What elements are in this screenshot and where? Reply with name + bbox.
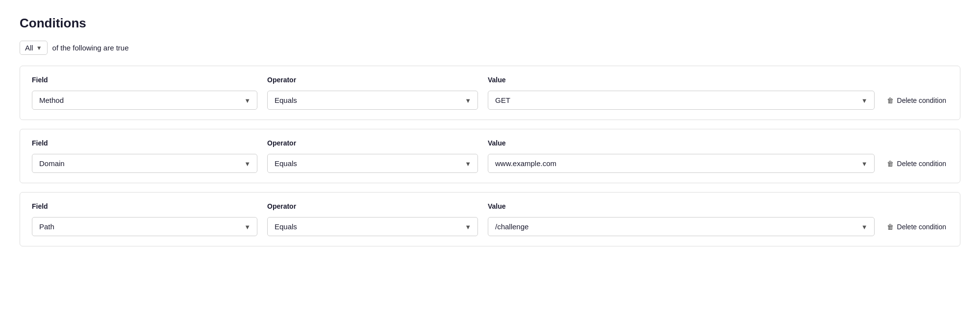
condition-row-2: Field MethodDomainPathHeaderQuery ▼ Oper… (32, 139, 948, 173)
conditions-container: Field MethodDomainPathHeaderQuery ▼ Oper… (20, 66, 960, 246)
trash-icon-1: 🗑 (886, 97, 894, 104)
value-group-1: Value GET ▼ (488, 76, 875, 110)
value-group-3: Value /challenge ▼ (488, 202, 875, 236)
delete-label-2: Delete condition (897, 160, 946, 168)
operator-group-2: Operator EqualsContainsStarts withEnds w… (267, 139, 478, 173)
field-group-1: Field MethodDomainPathHeaderQuery ▼ (32, 76, 257, 110)
trash-icon-3: 🗑 (886, 223, 894, 231)
operator-select-wrapper-3: EqualsContainsStarts withEnds withMatche… (267, 217, 478, 236)
value-label-2: Value (488, 139, 875, 147)
field-label-2: Field (32, 139, 257, 147)
delete-condition-button-3[interactable]: 🗑 Delete condition (884, 218, 948, 236)
field-label-3: Field (32, 202, 257, 210)
operator-label-1: Operator (267, 76, 478, 84)
field-label-1: Field (32, 76, 257, 84)
condition-row-3: Field MethodDomainPathHeaderQuery ▼ Oper… (32, 202, 948, 236)
qualifier-value: All (25, 44, 33, 52)
condition-card-3: Field MethodDomainPathHeaderQuery ▼ Oper… (20, 192, 960, 246)
value-group-2: Value www.example.com ▼ (488, 139, 875, 173)
operator-select-wrapper-1: EqualsContainsStarts withEnds withMatche… (267, 91, 478, 110)
operator-select-2[interactable]: EqualsContainsStarts withEnds withMatche… (267, 154, 478, 173)
page-title: Conditions (20, 16, 960, 31)
delete-label-1: Delete condition (897, 97, 946, 104)
delete-condition-button-1[interactable]: 🗑 Delete condition (884, 92, 948, 109)
condition-card-2: Field MethodDomainPathHeaderQuery ▼ Oper… (20, 129, 960, 183)
value-select-3[interactable]: /challenge (488, 217, 875, 236)
field-select-1[interactable]: MethodDomainPathHeaderQuery (32, 91, 257, 110)
qualifier-chevron-icon: ▼ (36, 45, 42, 51)
operator-select-3[interactable]: EqualsContainsStarts withEnds withMatche… (267, 217, 478, 236)
value-select-1[interactable]: GET (488, 91, 875, 110)
value-input-wrapper-2: www.example.com ▼ (488, 154, 875, 173)
qualifier-dropdown[interactable]: All ▼ (20, 41, 48, 55)
field-select-wrapper-2: MethodDomainPathHeaderQuery ▼ (32, 154, 257, 173)
operator-group-1: Operator EqualsContainsStarts withEnds w… (267, 76, 478, 110)
field-group-2: Field MethodDomainPathHeaderQuery ▼ (32, 139, 257, 173)
value-label-1: Value (488, 76, 875, 84)
value-label-3: Value (488, 202, 875, 210)
operator-select-1[interactable]: EqualsContainsStarts withEnds withMatche… (267, 91, 478, 110)
value-input-wrapper-3: /challenge ▼ (488, 217, 875, 236)
field-select-3[interactable]: MethodDomainPathHeaderQuery (32, 217, 257, 236)
trash-icon-2: 🗑 (886, 160, 894, 168)
value-select-2[interactable]: www.example.com (488, 154, 875, 173)
value-input-wrapper-1: GET ▼ (488, 91, 875, 110)
condition-card-1: Field MethodDomainPathHeaderQuery ▼ Oper… (20, 66, 960, 120)
field-group-3: Field MethodDomainPathHeaderQuery ▼ (32, 202, 257, 236)
operator-label-2: Operator (267, 139, 478, 147)
field-select-2[interactable]: MethodDomainPathHeaderQuery (32, 154, 257, 173)
operator-group-3: Operator EqualsContainsStarts withEnds w… (267, 202, 478, 236)
operator-select-wrapper-2: EqualsContainsStarts withEnds withMatche… (267, 154, 478, 173)
conditions-qualifier-row: All ▼ of the following are true (20, 41, 960, 55)
field-select-wrapper-3: MethodDomainPathHeaderQuery ▼ (32, 217, 257, 236)
operator-label-3: Operator (267, 202, 478, 210)
delete-condition-button-2[interactable]: 🗑 Delete condition (884, 155, 948, 172)
delete-label-3: Delete condition (897, 223, 946, 231)
field-select-wrapper-1: MethodDomainPathHeaderQuery ▼ (32, 91, 257, 110)
qualifier-suffix: of the following are true (52, 44, 129, 52)
condition-row-1: Field MethodDomainPathHeaderQuery ▼ Oper… (32, 76, 948, 110)
